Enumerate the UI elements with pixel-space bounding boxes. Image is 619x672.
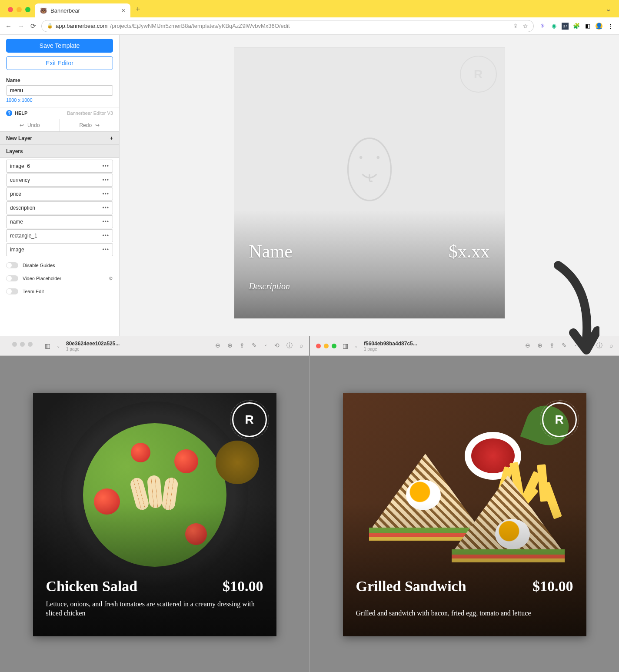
svg-point-2 bbox=[376, 156, 379, 159]
ext-icon-4[interactable]: ◧ bbox=[584, 23, 591, 30]
ext-icon-1[interactable]: ✳ bbox=[539, 23, 546, 30]
layer-item[interactable]: description••• bbox=[6, 201, 113, 214]
browser-tab[interactable]: 🐻 Bannerbear × bbox=[35, 3, 130, 17]
redo-button[interactable]: Redo↪ bbox=[60, 119, 120, 131]
artboard-name-text[interactable]: Name bbox=[249, 241, 293, 262]
extensions-icon[interactable]: 🧩 bbox=[573, 23, 580, 30]
menu-card-salad: R Chicken Salad $10.00 Lettuce, onions, … bbox=[33, 393, 276, 636]
layer-item[interactable]: rectangle_1••• bbox=[6, 229, 113, 242]
undo-button[interactable]: ↩Undo bbox=[0, 119, 60, 131]
preview-pages: 1 page bbox=[364, 347, 519, 351]
close-icon[interactable] bbox=[316, 344, 321, 348]
template-name-input[interactable] bbox=[6, 85, 113, 96]
url-path: /projects/EjJywNMlJm5zmerB8a/templates/y… bbox=[110, 23, 290, 29]
editor-sidebar: Save Template Exit Editor Name 1000 x 10… bbox=[0, 35, 120, 336]
forward-icon[interactable]: → bbox=[18, 22, 24, 30]
minimize-window-icon[interactable] bbox=[17, 7, 22, 12]
zoom-out-icon[interactable]: ⊖ bbox=[525, 342, 530, 350]
exit-editor-button[interactable]: Exit Editor bbox=[6, 56, 113, 70]
profile-icon[interactable]: 👤 bbox=[596, 23, 602, 30]
ext-icon-3[interactable]: 37 bbox=[562, 23, 569, 30]
url-field[interactable]: 🔒 app.bannerbear.com/projects/EjJywNMlJm… bbox=[41, 20, 534, 32]
dimensions-link[interactable]: 1000 x 1000 bbox=[0, 97, 119, 107]
layer-menu-icon[interactable]: ••• bbox=[102, 205, 109, 211]
placeholder-bear-icon bbox=[346, 130, 393, 204]
markup-icon[interactable]: ✎ bbox=[252, 342, 257, 350]
tabs-dropdown-icon[interactable]: ⌄ bbox=[606, 5, 611, 13]
info-icon[interactable]: ⓘ bbox=[286, 342, 293, 350]
chevron-down-icon[interactable]: ⌄ bbox=[354, 344, 358, 348]
close-window-icon[interactable] bbox=[8, 7, 13, 12]
annotation-arrow-icon bbox=[534, 261, 599, 370]
layer-menu-icon[interactable]: ••• bbox=[102, 233, 109, 239]
guides-toggle[interactable] bbox=[6, 262, 18, 268]
save-template-button[interactable]: Save Template bbox=[6, 39, 113, 53]
team-label: Team Edit bbox=[23, 289, 44, 294]
zoom-out-icon[interactable]: ⊖ bbox=[215, 342, 220, 350]
maximize-icon[interactable] bbox=[332, 344, 336, 348]
search-icon[interactable]: ⌕ bbox=[300, 342, 303, 350]
card-price: $10.00 bbox=[223, 578, 263, 595]
team-toggle[interactable] bbox=[6, 288, 18, 294]
logo-badge: R bbox=[232, 402, 267, 437]
share-icon[interactable]: ⇪ bbox=[513, 23, 518, 30]
layer-menu-icon[interactable]: ••• bbox=[102, 163, 109, 169]
back-icon[interactable]: ← bbox=[5, 22, 12, 30]
artboard-price-text[interactable]: $x.xx bbox=[449, 241, 490, 262]
close-icon[interactable] bbox=[12, 342, 17, 347]
help-label[interactable]: HELP bbox=[15, 110, 27, 116]
layer-menu-icon[interactable]: ••• bbox=[102, 247, 109, 253]
chevron-down-icon[interactable]: ⌄ bbox=[264, 342, 267, 350]
window-controls bbox=[4, 7, 35, 17]
tab-title: Bannerbear bbox=[50, 7, 80, 14]
add-layer-icon[interactable]: + bbox=[110, 135, 113, 141]
share-icon[interactable]: ⇪ bbox=[240, 342, 245, 350]
editor-version-label: Bannerbear Editor V3 bbox=[67, 110, 113, 116]
card-price: $10.00 bbox=[532, 578, 573, 595]
layer-item[interactable]: image_6••• bbox=[6, 160, 113, 173]
redo-icon: ↪ bbox=[95, 122, 100, 128]
svg-point-0 bbox=[348, 138, 391, 201]
video-label: Video Placeholder bbox=[23, 276, 61, 281]
sidebar-toggle-icon[interactable]: ▥ bbox=[45, 342, 50, 349]
zoom-in-icon[interactable]: ⊕ bbox=[227, 342, 233, 350]
tab-favicon: 🐻 bbox=[40, 7, 47, 14]
card-name: Grilled Sandwich bbox=[356, 578, 466, 595]
guides-label: Disable Guides bbox=[23, 263, 55, 268]
card-description: Lettuce, onions, and fresh tomatoes are … bbox=[46, 600, 263, 618]
browser-address-bar: ← → ⟳ 🔒 app.bannerbear.com/projects/EjJy… bbox=[0, 17, 619, 35]
chevron-down-icon[interactable]: ⌄ bbox=[57, 344, 60, 348]
new-tab-button[interactable]: + bbox=[130, 5, 146, 17]
close-tab-icon[interactable]: × bbox=[122, 7, 125, 14]
ext-icon-2[interactable]: ◉ bbox=[550, 23, 557, 30]
layer-item[interactable]: price••• bbox=[6, 187, 113, 201]
maximize-window-icon[interactable] bbox=[25, 7, 30, 12]
card-description: Grilled and sandwich with bacon, fried e… bbox=[356, 609, 573, 618]
search-icon[interactable]: ⌕ bbox=[609, 342, 613, 350]
layer-menu-icon[interactable]: ••• bbox=[102, 177, 109, 183]
url-host: app.bannerbear.com bbox=[56, 23, 107, 29]
reload-icon[interactable]: ⟳ bbox=[30, 22, 36, 30]
bookmark-icon[interactable]: ☆ bbox=[522, 23, 528, 30]
card-name: Chicken Salad bbox=[46, 578, 138, 595]
template-artboard[interactable]: R Name $x.xx Description bbox=[234, 48, 505, 318]
gear-icon[interactable]: ⚙ bbox=[109, 276, 113, 281]
new-layer-header[interactable]: New Layer + bbox=[0, 132, 119, 145]
preview-window-left: ▥ ⌄ 80e3624eee102a525...1 page ⊖ ⊕ ⇪ ✎ ⌄… bbox=[0, 336, 310, 672]
rotate-icon[interactable]: ⟲ bbox=[274, 342, 280, 350]
layer-item[interactable]: name••• bbox=[6, 215, 113, 228]
artboard-description-text[interactable]: Description bbox=[249, 281, 290, 291]
logo-badge: R bbox=[542, 402, 577, 437]
layer-item[interactable]: currency••• bbox=[6, 174, 113, 187]
maximize-icon[interactable] bbox=[28, 342, 33, 347]
layer-item[interactable]: image••• bbox=[6, 243, 113, 256]
video-toggle[interactable] bbox=[6, 275, 18, 281]
sidebar-toggle-icon[interactable]: ▥ bbox=[343, 342, 348, 349]
minimize-icon[interactable] bbox=[324, 344, 329, 348]
layer-menu-icon[interactable]: ••• bbox=[102, 191, 109, 197]
preview-pages: 1 page bbox=[66, 347, 209, 351]
menu-icon[interactable]: ⋮ bbox=[607, 23, 614, 30]
minimize-icon[interactable] bbox=[20, 342, 25, 347]
layer-menu-icon[interactable]: ••• bbox=[102, 219, 109, 225]
name-label: Name bbox=[0, 74, 119, 84]
